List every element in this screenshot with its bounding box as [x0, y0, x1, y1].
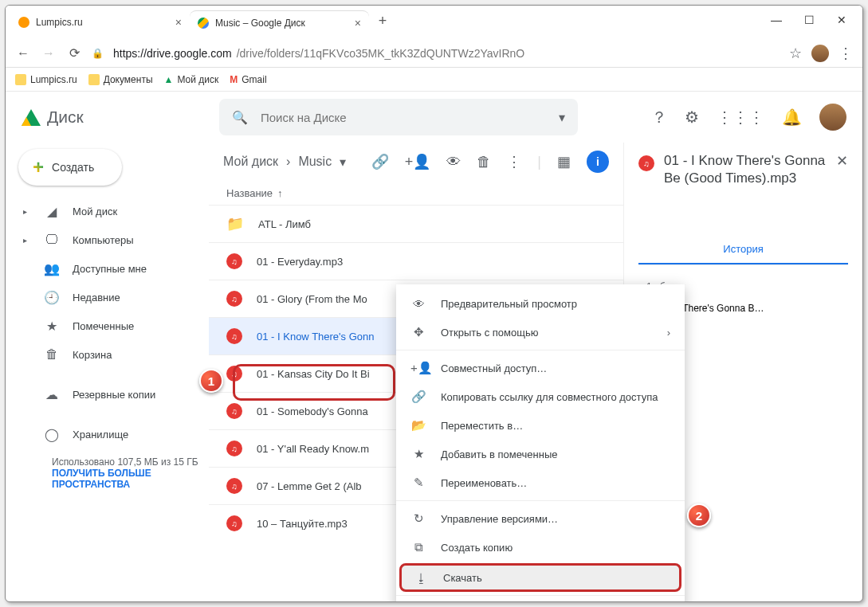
- history-icon: ↻: [410, 511, 426, 526]
- drive-header: Диск 🔍 ▾ ？ ⚙ ⋮⋮⋮ 🔔: [6, 92, 862, 143]
- close-window-button[interactable]: ✕: [837, 14, 846, 26]
- search-input[interactable]: [259, 110, 548, 125]
- tab-title: Music – Google Диск: [215, 18, 305, 29]
- sidebar-item-shared[interactable]: 👥Доступные мне: [15, 254, 209, 283]
- ctx-get-link[interactable]: 🔗Копировать ссылку для совместного досту…: [396, 382, 685, 411]
- browser-titlebar: Lumpics.ru × Music – Google Диск × + — ☐…: [6, 6, 862, 39]
- bookmark-item[interactable]: Lumpics.ru: [15, 74, 77, 85]
- preview-eye-icon[interactable]: 👁: [446, 154, 461, 170]
- audio-icon: ♫: [226, 403, 242, 419]
- sidebar-item-storage[interactable]: ◯Хранилище: [15, 420, 209, 448]
- file-row-audio[interactable]: ♫01 - Everyday.mp3: [209, 242, 623, 280]
- bookmark-item[interactable]: ▲Мой диск: [164, 74, 219, 85]
- more-icon[interactable]: ⋮: [507, 153, 521, 170]
- pencil-icon: ✎: [410, 476, 426, 490]
- share-person-icon[interactable]: +👤: [405, 153, 431, 170]
- browser-menu-icon[interactable]: ⋮: [839, 45, 853, 62]
- toolbar: Мой диск › Music ▾ 🔗 +👤 👁 🗑 ⋮ |: [209, 143, 623, 181]
- forward-button[interactable]: →: [41, 46, 57, 61]
- chevron-down-icon[interactable]: ▾: [340, 155, 346, 170]
- computer-icon: 🖵: [44, 233, 60, 247]
- bookmark-item[interactable]: MGmail: [230, 74, 266, 85]
- breadcrumb-root[interactable]: Мой диск: [223, 155, 278, 169]
- info-button[interactable]: i: [587, 151, 609, 173]
- trash-icon: 🗑: [44, 347, 60, 362]
- create-button[interactable]: + Создать: [18, 149, 122, 186]
- drive-icon: ◢: [44, 204, 60, 219]
- delete-icon[interactable]: 🗑: [477, 154, 491, 170]
- context-menu: 👁Предварительный просмотр ✥Открыть с пом…: [396, 284, 685, 602]
- clock-icon: 🕘: [44, 290, 60, 305]
- back-button[interactable]: ←: [15, 46, 31, 61]
- chevron-right-icon: ›: [667, 327, 670, 339]
- ctx-download[interactable]: ⭳Скачать: [399, 563, 681, 592]
- url-field[interactable]: https://drive.google.com/drive/folders/1…: [113, 47, 780, 60]
- storage-upgrade-link[interactable]: ПОЛУЧИТЬ БОЛЬШЕ ПРОСТРАНСТВА: [52, 468, 151, 490]
- browser-tab-lumpics[interactable]: Lumpics.ru ×: [10, 10, 190, 34]
- ctx-manage-versions[interactable]: ↻Управление версиями…: [396, 504, 685, 533]
- bookmark-star-icon[interactable]: ☆: [789, 45, 802, 62]
- maximize-button[interactable]: ☐: [804, 14, 815, 26]
- grid-view-icon[interactable]: ▦: [557, 153, 571, 170]
- people-icon: 👥: [44, 261, 60, 276]
- browser-tab-drive[interactable]: Music – Google Диск ×: [190, 10, 369, 34]
- star-icon: ★: [410, 447, 426, 461]
- drive-logo-icon: [22, 109, 41, 126]
- notifications-icon[interactable]: 🔔: [782, 108, 802, 127]
- callout-badge-2: 2: [687, 503, 711, 527]
- audio-icon: ♫: [226, 515, 242, 531]
- download-icon: ⭳: [413, 571, 429, 585]
- storage-used-label: Использовано 107,5 МБ из 15 ГБ: [52, 456, 209, 468]
- sidebar-item-backups[interactable]: ☁Резервные копии: [15, 380, 209, 409]
- chevron-right-icon: ›: [286, 155, 290, 169]
- settings-icon[interactable]: ⚙: [685, 108, 699, 127]
- tutorial-highlight-1: [233, 364, 395, 401]
- link-icon[interactable]: 🔗: [371, 153, 389, 170]
- close-icon[interactable]: ×: [355, 17, 361, 29]
- star-icon: ★: [44, 319, 60, 334]
- tab-title: Lumpics.ru: [36, 17, 83, 28]
- sidebar-item-starred[interactable]: ★Помеченные: [15, 311, 209, 340]
- drive-logo[interactable]: Диск: [22, 108, 205, 127]
- close-icon[interactable]: ×: [175, 16, 182, 29]
- minimize-button[interactable]: —: [771, 14, 782, 26]
- reload-button[interactable]: ⟳: [66, 45, 82, 61]
- sidebar-item-computers[interactable]: ▸🖵Компьютеры: [15, 225, 209, 254]
- ctx-share[interactable]: +👤Совместный доступ…: [396, 354, 685, 382]
- details-title: 01 - I Know There's Gonna Be (Good Times…: [664, 152, 827, 187]
- column-header-name[interactable]: Название ↑: [209, 181, 623, 205]
- ctx-make-copy[interactable]: ⧉Создать копию: [396, 533, 685, 562]
- person-add-icon: +👤: [410, 361, 426, 375]
- favicon-icon: [198, 18, 209, 29]
- callout-badge-1: 1: [199, 369, 223, 393]
- audio-icon: ♫: [226, 328, 242, 344]
- audio-icon: ♫: [638, 155, 654, 171]
- help-icon[interactable]: ？: [651, 107, 667, 128]
- address-bar: ← → ⟳ 🔒 https://drive.google.com/drive/f…: [6, 39, 862, 68]
- ctx-delete[interactable]: 🗑Удалить: [396, 599, 685, 602]
- account-avatar[interactable]: [819, 104, 846, 131]
- search-dropdown-icon[interactable]: ▾: [559, 110, 565, 125]
- sidebar-item-recent[interactable]: 🕘Недавние: [15, 283, 209, 311]
- new-tab-button[interactable]: +: [372, 10, 393, 31]
- breadcrumb-current[interactable]: Music: [298, 155, 332, 169]
- sort-arrow-icon: ↑: [277, 187, 283, 199]
- ctx-preview[interactable]: 👁Предварительный просмотр: [396, 289, 685, 318]
- details-tab-history[interactable]: История: [638, 235, 848, 264]
- sidebar-item-my-drive[interactable]: ▸◢Мой диск: [15, 197, 209, 225]
- ctx-rename[interactable]: ✎Переименовать…: [396, 468, 685, 497]
- ctx-add-star[interactable]: ★Добавить в помеченные: [396, 440, 685, 468]
- file-row-folder[interactable]: 📁ATL - Лимб: [209, 205, 623, 242]
- profile-avatar[interactable]: [811, 45, 829, 62]
- apps-icon[interactable]: ⋮⋮⋮: [717, 108, 764, 127]
- bookmark-item[interactable]: Документы: [88, 74, 153, 85]
- link-icon: 🔗: [410, 390, 426, 404]
- ctx-open-with[interactable]: ✥Открыть с помощью›: [396, 318, 685, 347]
- search-icon: 🔍: [232, 110, 248, 125]
- sidebar-item-trash[interactable]: 🗑Корзина: [15, 340, 209, 369]
- close-details-icon[interactable]: ✕: [836, 152, 848, 170]
- search-box[interactable]: 🔍 ▾: [219, 99, 578, 135]
- audio-icon: ♫: [226, 441, 242, 456]
- open-with-icon: ✥: [410, 325, 426, 339]
- ctx-move-to[interactable]: 📂Переместить в…: [396, 411, 685, 440]
